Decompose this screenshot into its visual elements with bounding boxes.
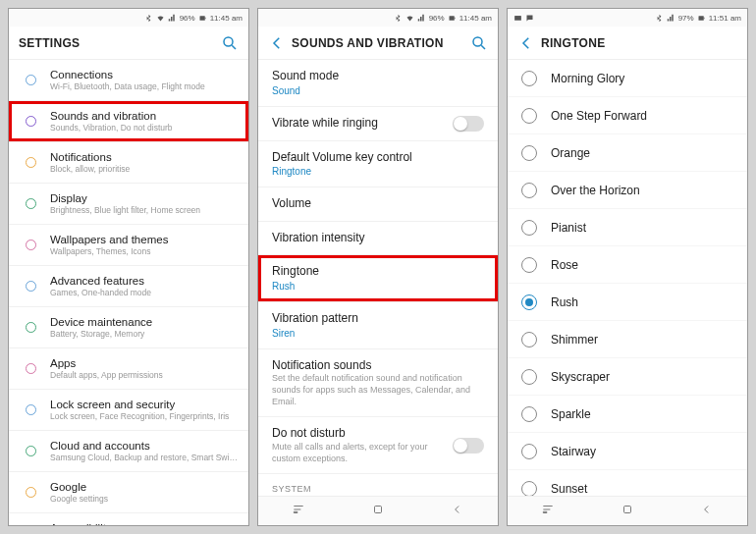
row-icon [19,320,42,335]
svg-rect-24 [698,16,703,21]
row-label: Vibration pattern [272,311,484,327]
ringtone-shimmer[interactable]: Shimmer [508,321,747,358]
ringtone-skyscraper[interactable]: Skyscraper [508,358,747,396]
ringtone-label: Rush [551,295,578,309]
ringtone-label: Pianist [551,221,586,235]
ringtone-rush[interactable]: Rush [508,284,747,321]
settings-row-wallpapers-and-themes[interactable]: Wallpapers and themesWallpapers, Themes,… [9,225,248,266]
back-button[interactable] [517,34,535,52]
battery-pct: 96% [429,14,445,23]
phone-sounds: 96% 11:45 am SOUNDS AND VIBRATION Sound … [257,8,499,526]
message-icon [525,14,534,23]
row-sub: Set the default notification sound and n… [272,373,484,407]
page-title: RINGTONE [541,36,737,50]
radio-button[interactable] [521,145,537,161]
sv-row-do-not-disturb[interactable]: Do not disturbMute all calls and alerts,… [258,417,498,474]
ringtone-label: Orange [551,146,590,160]
svg-rect-1 [204,17,205,19]
sounds-list[interactable]: Sound modeSoundVibrate while ringingDefa… [258,60,498,496]
radio-button[interactable] [521,294,537,310]
ringtone-one-step-forward[interactable]: One Step Forward [508,97,747,134]
settings-row-notifications[interactable]: NotificationsBlock, allow, prioritise [9,142,248,184]
recents-button[interactable] [292,503,305,520]
ringtone-stairway[interactable]: Stairway [508,433,747,470]
row-icon [19,444,42,458]
signal-icon [667,14,675,23]
recents-button[interactable] [541,503,555,520]
svg-point-10 [26,364,35,374]
sv-row-sound-mode[interactable]: Sound modeSound [258,60,498,107]
ringtone-morning-glory[interactable]: Morning Glory [508,60,747,97]
row-sub: Default apps, App permissions [50,370,239,381]
ringtone-list[interactable]: Morning GloryOne Step ForwardOrangeOver … [508,60,747,496]
battery-pct: 97% [678,14,694,23]
radio-button[interactable] [521,444,537,459]
radio-button[interactable] [521,406,537,422]
ringtone-label: Sparkle [551,407,591,421]
settings-row-apps[interactable]: AppsDefault apps, App permissions [9,348,248,390]
bluetooth-icon [394,14,403,23]
svg-point-21 [473,37,482,46]
clock: 11:51 am [709,14,741,23]
ringtone-orange[interactable]: Orange [508,134,747,172]
sv-row-vibrate-while-ringing[interactable]: Vibrate while ringing [258,107,498,141]
radio-button[interactable] [521,108,537,124]
radio-button[interactable] [521,220,537,236]
radio-button[interactable] [521,481,537,497]
search-button[interactable] [470,34,488,52]
settings-row-sounds-and-vibration[interactable]: Sounds and vibrationSounds, Vibration, D… [9,101,248,142]
row-label: Sounds and vibration [50,109,239,123]
sv-row-volume[interactable]: Volume [258,187,498,222]
home-button[interactable] [371,503,385,520]
sv-row-vibration-pattern[interactable]: Vibration patternSiren [258,302,498,349]
row-icon [19,402,42,417]
toggle-switch[interactable] [453,438,484,454]
ringtone-over-the-horizon[interactable]: Over the Horizon [508,172,747,209]
svg-point-12 [26,447,35,456]
bluetooth-icon [144,14,153,23]
settings-row-advanced-features[interactable]: Advanced featuresGames, One-handed mode [9,266,248,307]
radio-button[interactable] [521,369,537,385]
row-sub: Wallpapers, Themes, Icons [50,246,239,257]
signal-icon [168,14,177,23]
svg-rect-25 [703,17,704,19]
battery-icon [448,14,457,23]
signal-icon [417,14,426,23]
svg-point-5 [26,158,35,168]
back-nav-button[interactable] [700,503,714,520]
search-button[interactable] [221,34,239,52]
svg-rect-0 [199,16,204,21]
ringtone-rose[interactable]: Rose [508,246,747,284]
home-button[interactable] [621,503,634,520]
sv-row-notification-sounds[interactable]: Notification soundsSet the default notif… [258,349,498,418]
back-button[interactable] [268,34,286,52]
page-title: SOUNDS AND VIBRATION [292,36,470,50]
row-sub: Block, allow, prioritise [50,164,239,175]
sv-row-vibration-intensity[interactable]: Vibration intensity [258,222,498,256]
settings-row-device-maintenance[interactable]: Device maintenanceBattery, Storage, Memo… [9,307,248,348]
svg-rect-19 [449,16,454,21]
sv-row-default-volume-key-control[interactable]: Default Volume key controlRingtone [258,141,498,188]
ringtone-pianist[interactable]: Pianist [508,209,747,246]
radio-button[interactable] [521,332,537,347]
row-sub: Battery, Storage, Memory [50,329,239,340]
ringtone-sparkle[interactable]: Sparkle [508,396,747,433]
toggle-switch[interactable] [453,116,484,132]
ringtone-sunset[interactable]: Sunset [508,470,747,496]
radio-button[interactable] [521,257,537,273]
settings-row-google[interactable]: GoogleGoogle settings [9,472,248,513]
settings-row-connections[interactable]: ConnectionsWi-Fi, Bluetooth, Data usage,… [9,60,248,101]
settings-row-lock-screen-and-security[interactable]: Lock screen and securityLock screen, Fac… [9,390,248,431]
sv-row-ringtone[interactable]: RingtoneRush [258,255,498,302]
row-label: Default Volume key control [272,150,484,166]
settings-row-cloud-and-accounts[interactable]: Cloud and accountsSamsung Cloud, Backup … [9,431,248,472]
row-icon [19,279,42,294]
radio-button[interactable] [521,71,537,86]
radio-button[interactable] [521,183,537,198]
settings-row-accessibility[interactable]: AccessibilityVision, Hearing, Dexterity … [9,513,248,525]
settings-list[interactable]: ConnectionsWi-Fi, Bluetooth, Data usage,… [9,60,248,525]
settings-row-display[interactable]: DisplayBrightness, Blue light filter, Ho… [9,184,248,225]
back-nav-button[interactable] [451,503,464,520]
svg-point-2 [224,37,233,46]
row-value: Sound [272,84,484,97]
